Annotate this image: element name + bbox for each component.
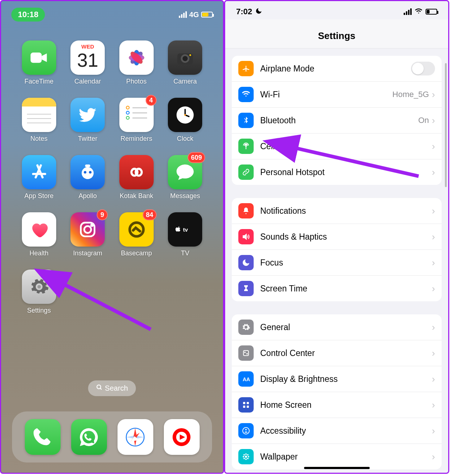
row-focus[interactable]: Focus›: [232, 250, 442, 276]
robot-icon: [70, 155, 105, 189]
app-ytmusic[interactable]: [164, 419, 200, 455]
antenna-icon: [238, 139, 254, 154]
row-general[interactable]: General›: [232, 314, 442, 340]
svg-point-45: [245, 456, 247, 458]
app-phone[interactable]: [25, 419, 61, 455]
svg-point-46: [245, 453, 247, 455]
compass-icon: [118, 419, 153, 455]
svg-rect-35: [243, 351, 249, 356]
app-instagram[interactable]: 9Instagram: [68, 212, 108, 257]
app-appstore[interactable]: App Store: [19, 155, 59, 200]
chevron-right-icon: ›: [432, 167, 435, 178]
app-kotak[interactable]: Kotak Bank: [117, 155, 156, 200]
svg-point-37: [246, 353, 248, 355]
row-notifications[interactable]: Notifications›: [232, 198, 442, 224]
app-messages[interactable]: 609Messages: [166, 155, 205, 200]
row-sounds[interactable]: Sounds & Haptics›: [232, 224, 442, 250]
badge: 84: [143, 209, 157, 220]
chevron-right-icon: ›: [432, 425, 435, 437]
row-screentime[interactable]: Screen Time›: [232, 276, 442, 301]
app-calendar[interactable]: WED31Calendar: [68, 40, 108, 85]
chevron-right-icon: ›: [432, 231, 435, 243]
app-twitter[interactable]: Twitter: [68, 98, 108, 143]
app-apollo[interactable]: Apollo: [68, 155, 108, 200]
row-controlcenter[interactable]: Control Center›: [232, 340, 442, 366]
toggle[interactable]: [411, 62, 435, 76]
row-label: Wi-Fi: [260, 90, 392, 100]
focus-moon-icon: [255, 7, 262, 16]
home-indicator[interactable]: [304, 467, 370, 469]
app-facetime[interactable]: FaceTime: [19, 40, 59, 85]
row-wallpaper[interactable]: Wallpaper›: [232, 444, 442, 469]
row-label: Airplane Mode: [260, 64, 411, 74]
app-settings[interactable]: Settings: [19, 270, 59, 314]
signal-icon: [179, 11, 187, 18]
svg-point-48: [243, 456, 244, 457]
row-display[interactable]: AADisplay & Brightness›: [232, 366, 442, 392]
row-label: Display & Brightness: [260, 374, 432, 384]
svg-point-27: [37, 285, 41, 288]
row-label: Personal Hotspot: [260, 167, 432, 177]
svg-point-11: [182, 56, 188, 61]
bubble-icon: 609: [168, 155, 202, 189]
svg-point-28: [97, 385, 101, 389]
row-homescreen[interactable]: Home Screen›: [232, 392, 442, 418]
network-label: 4G: [189, 11, 199, 19]
row-label: General: [260, 322, 432, 332]
badge: 9: [97, 209, 108, 220]
app-safari[interactable]: [118, 419, 153, 455]
chevron-right-icon: ›: [432, 89, 435, 100]
svg-rect-39: [243, 402, 245, 404]
svg-point-12: [189, 54, 191, 56]
app-tv[interactable]: tvTV: [166, 212, 205, 257]
settings-group: General›Control Center›AADisplay & Brigh…: [232, 314, 442, 469]
app-camera[interactable]: Camera: [166, 40, 205, 85]
app-basecamp[interactable]: 84Basecamp: [117, 212, 156, 257]
scroll-indicator[interactable]: [445, 63, 447, 187]
svg-point-24: [91, 224, 93, 226]
app-label: FaceTime: [24, 78, 53, 85]
row-bluetooth[interactable]: BluetoothOn›: [232, 108, 442, 133]
play-circle-icon: [164, 419, 200, 455]
app-label: Camera: [173, 78, 197, 85]
svg-point-36: [244, 352, 246, 353]
svg-point-53: [247, 458, 249, 459]
row-accessibility[interactable]: Accessibility›: [232, 418, 442, 444]
app-label: Messages: [170, 192, 200, 200]
speaker-icon: [238, 229, 254, 244]
status-time: 7:02: [236, 7, 252, 16]
flower2-icon: [238, 449, 254, 464]
app-notes[interactable]: Notes: [19, 98, 59, 143]
app-photos[interactable]: Photos: [117, 40, 156, 85]
signal-icon: [404, 8, 412, 15]
status-bar: 10:18 4G ⚡: [1, 1, 223, 25]
chevron-right-icon: ›: [432, 451, 435, 463]
row-wifi[interactable]: Wi-FiHome_5G›: [232, 82, 442, 108]
chevron-right-icon: ›: [432, 348, 435, 359]
svg-rect-20: [85, 165, 90, 167]
chevron-right-icon: ›: [432, 257, 435, 268]
app-whatsapp[interactable]: [71, 419, 107, 455]
chart-icon: 84: [119, 212, 154, 247]
badge: 4: [146, 95, 157, 106]
status-time-pill[interactable]: 10:18: [11, 8, 45, 22]
app-health[interactable]: Health: [19, 212, 59, 257]
app-label: Reminders: [120, 135, 152, 143]
search-button[interactable]: Search: [88, 380, 136, 396]
app-clock[interactable]: Clock: [166, 98, 205, 143]
row-hotspot[interactable]: Personal Hotspot›: [232, 159, 442, 185]
app-reminders[interactable]: 4Reminders: [117, 98, 156, 143]
grid-icon: [238, 397, 254, 413]
settings-group: Airplane ModeWi-FiHome_5G›BluetoothOn›Ce…: [232, 56, 442, 185]
chevron-right-icon: ›: [432, 322, 435, 333]
flower-icon: [119, 40, 154, 75]
row-cellular[interactable]: Cellular›: [232, 133, 442, 159]
app-label: Instagram: [73, 249, 102, 257]
app-label: Basecamp: [121, 249, 152, 257]
status-bar: 7:02: [225, 1, 448, 19]
row-airplane[interactable]: Airplane Mode: [232, 56, 442, 82]
battery-icon: [426, 9, 437, 15]
sliders-icon: [238, 345, 254, 361]
a-icon: [22, 155, 56, 189]
svg-line-29: [100, 388, 102, 390]
